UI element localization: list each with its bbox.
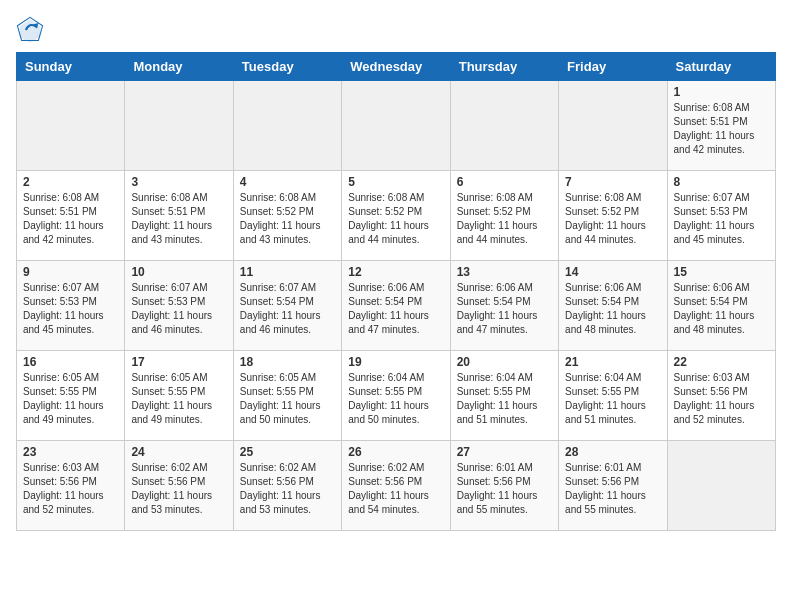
header-tuesday: Tuesday [233, 53, 341, 81]
day-info: Sunrise: 6:03 AM Sunset: 5:56 PM Dayligh… [23, 461, 118, 517]
day-number: 22 [674, 355, 769, 369]
week-row-4: 16Sunrise: 6:05 AM Sunset: 5:55 PM Dayli… [17, 351, 776, 441]
day-number: 19 [348, 355, 443, 369]
day-number: 10 [131, 265, 226, 279]
day-number: 4 [240, 175, 335, 189]
calendar-cell: 24Sunrise: 6:02 AM Sunset: 5:56 PM Dayli… [125, 441, 233, 531]
header-saturday: Saturday [667, 53, 775, 81]
calendar-cell: 22Sunrise: 6:03 AM Sunset: 5:56 PM Dayli… [667, 351, 775, 441]
calendar-cell: 6Sunrise: 6:08 AM Sunset: 5:52 PM Daylig… [450, 171, 558, 261]
day-info: Sunrise: 6:04 AM Sunset: 5:55 PM Dayligh… [457, 371, 552, 427]
day-info: Sunrise: 6:01 AM Sunset: 5:56 PM Dayligh… [457, 461, 552, 517]
calendar-cell [667, 441, 775, 531]
day-number: 12 [348, 265, 443, 279]
calendar-cell [125, 81, 233, 171]
day-info: Sunrise: 6:07 AM Sunset: 5:53 PM Dayligh… [23, 281, 118, 337]
week-row-2: 2Sunrise: 6:08 AM Sunset: 5:51 PM Daylig… [17, 171, 776, 261]
calendar-cell [17, 81, 125, 171]
calendar-cell: 9Sunrise: 6:07 AM Sunset: 5:53 PM Daylig… [17, 261, 125, 351]
day-info: Sunrise: 6:01 AM Sunset: 5:56 PM Dayligh… [565, 461, 660, 517]
calendar-cell: 13Sunrise: 6:06 AM Sunset: 5:54 PM Dayli… [450, 261, 558, 351]
day-number: 7 [565, 175, 660, 189]
day-info: Sunrise: 6:08 AM Sunset: 5:52 PM Dayligh… [348, 191, 443, 247]
calendar-cell: 23Sunrise: 6:03 AM Sunset: 5:56 PM Dayli… [17, 441, 125, 531]
day-number: 2 [23, 175, 118, 189]
calendar-cell: 11Sunrise: 6:07 AM Sunset: 5:54 PM Dayli… [233, 261, 341, 351]
day-info: Sunrise: 6:06 AM Sunset: 5:54 PM Dayligh… [348, 281, 443, 337]
calendar-cell: 12Sunrise: 6:06 AM Sunset: 5:54 PM Dayli… [342, 261, 450, 351]
calendar-cell [559, 81, 667, 171]
day-number: 3 [131, 175, 226, 189]
week-row-1: 1Sunrise: 6:08 AM Sunset: 5:51 PM Daylig… [17, 81, 776, 171]
day-number: 1 [674, 85, 769, 99]
day-info: Sunrise: 6:05 AM Sunset: 5:55 PM Dayligh… [23, 371, 118, 427]
day-info: Sunrise: 6:07 AM Sunset: 5:53 PM Dayligh… [131, 281, 226, 337]
day-number: 11 [240, 265, 335, 279]
calendar-cell: 26Sunrise: 6:02 AM Sunset: 5:56 PM Dayli… [342, 441, 450, 531]
calendar-cell: 16Sunrise: 6:05 AM Sunset: 5:55 PM Dayli… [17, 351, 125, 441]
calendar-cell: 20Sunrise: 6:04 AM Sunset: 5:55 PM Dayli… [450, 351, 558, 441]
calendar-cell: 14Sunrise: 6:06 AM Sunset: 5:54 PM Dayli… [559, 261, 667, 351]
day-number: 25 [240, 445, 335, 459]
header-wednesday: Wednesday [342, 53, 450, 81]
calendar-cell: 28Sunrise: 6:01 AM Sunset: 5:56 PM Dayli… [559, 441, 667, 531]
day-number: 24 [131, 445, 226, 459]
calendar-cell: 10Sunrise: 6:07 AM Sunset: 5:53 PM Dayli… [125, 261, 233, 351]
day-info: Sunrise: 6:07 AM Sunset: 5:53 PM Dayligh… [674, 191, 769, 247]
day-info: Sunrise: 6:02 AM Sunset: 5:56 PM Dayligh… [240, 461, 335, 517]
calendar-cell [342, 81, 450, 171]
calendar-cell: 3Sunrise: 6:08 AM Sunset: 5:51 PM Daylig… [125, 171, 233, 261]
day-info: Sunrise: 6:06 AM Sunset: 5:54 PM Dayligh… [457, 281, 552, 337]
day-info: Sunrise: 6:08 AM Sunset: 5:52 PM Dayligh… [240, 191, 335, 247]
day-number: 20 [457, 355, 552, 369]
day-info: Sunrise: 6:08 AM Sunset: 5:51 PM Dayligh… [674, 101, 769, 157]
header-thursday: Thursday [450, 53, 558, 81]
day-number: 8 [674, 175, 769, 189]
day-info: Sunrise: 6:05 AM Sunset: 5:55 PM Dayligh… [240, 371, 335, 427]
day-number: 17 [131, 355, 226, 369]
day-info: Sunrise: 6:06 AM Sunset: 5:54 PM Dayligh… [674, 281, 769, 337]
calendar-cell: 4Sunrise: 6:08 AM Sunset: 5:52 PM Daylig… [233, 171, 341, 261]
calendar-cell: 18Sunrise: 6:05 AM Sunset: 5:55 PM Dayli… [233, 351, 341, 441]
day-number: 5 [348, 175, 443, 189]
day-number: 9 [23, 265, 118, 279]
weekday-header-row: SundayMondayTuesdayWednesdayThursdayFrid… [17, 53, 776, 81]
calendar-cell: 15Sunrise: 6:06 AM Sunset: 5:54 PM Dayli… [667, 261, 775, 351]
day-number: 27 [457, 445, 552, 459]
day-number: 18 [240, 355, 335, 369]
calendar-cell: 21Sunrise: 6:04 AM Sunset: 5:55 PM Dayli… [559, 351, 667, 441]
calendar-cell: 17Sunrise: 6:05 AM Sunset: 5:55 PM Dayli… [125, 351, 233, 441]
day-info: Sunrise: 6:03 AM Sunset: 5:56 PM Dayligh… [674, 371, 769, 427]
day-info: Sunrise: 6:07 AM Sunset: 5:54 PM Dayligh… [240, 281, 335, 337]
day-info: Sunrise: 6:02 AM Sunset: 5:56 PM Dayligh… [131, 461, 226, 517]
day-info: Sunrise: 6:08 AM Sunset: 5:52 PM Dayligh… [565, 191, 660, 247]
day-info: Sunrise: 6:08 AM Sunset: 5:52 PM Dayligh… [457, 191, 552, 247]
day-number: 15 [674, 265, 769, 279]
day-info: Sunrise: 6:06 AM Sunset: 5:54 PM Dayligh… [565, 281, 660, 337]
calendar-cell [233, 81, 341, 171]
day-number: 6 [457, 175, 552, 189]
header-monday: Monday [125, 53, 233, 81]
header-friday: Friday [559, 53, 667, 81]
calendar-cell: 25Sunrise: 6:02 AM Sunset: 5:56 PM Dayli… [233, 441, 341, 531]
calendar-cell: 2Sunrise: 6:08 AM Sunset: 5:51 PM Daylig… [17, 171, 125, 261]
week-row-5: 23Sunrise: 6:03 AM Sunset: 5:56 PM Dayli… [17, 441, 776, 531]
calendar-cell [450, 81, 558, 171]
day-info: Sunrise: 6:05 AM Sunset: 5:55 PM Dayligh… [131, 371, 226, 427]
day-info: Sunrise: 6:08 AM Sunset: 5:51 PM Dayligh… [131, 191, 226, 247]
day-info: Sunrise: 6:02 AM Sunset: 5:56 PM Dayligh… [348, 461, 443, 517]
svg-marker-0 [20, 20, 41, 43]
logo [16, 16, 48, 44]
calendar-cell: 1Sunrise: 6:08 AM Sunset: 5:51 PM Daylig… [667, 81, 775, 171]
day-info: Sunrise: 6:04 AM Sunset: 5:55 PM Dayligh… [348, 371, 443, 427]
day-info: Sunrise: 6:04 AM Sunset: 5:55 PM Dayligh… [565, 371, 660, 427]
week-row-3: 9Sunrise: 6:07 AM Sunset: 5:53 PM Daylig… [17, 261, 776, 351]
calendar-cell: 19Sunrise: 6:04 AM Sunset: 5:55 PM Dayli… [342, 351, 450, 441]
header-sunday: Sunday [17, 53, 125, 81]
logo-icon [16, 16, 44, 44]
page-header [16, 16, 776, 44]
calendar-cell: 5Sunrise: 6:08 AM Sunset: 5:52 PM Daylig… [342, 171, 450, 261]
day-number: 16 [23, 355, 118, 369]
day-number: 13 [457, 265, 552, 279]
calendar-cell: 8Sunrise: 6:07 AM Sunset: 5:53 PM Daylig… [667, 171, 775, 261]
